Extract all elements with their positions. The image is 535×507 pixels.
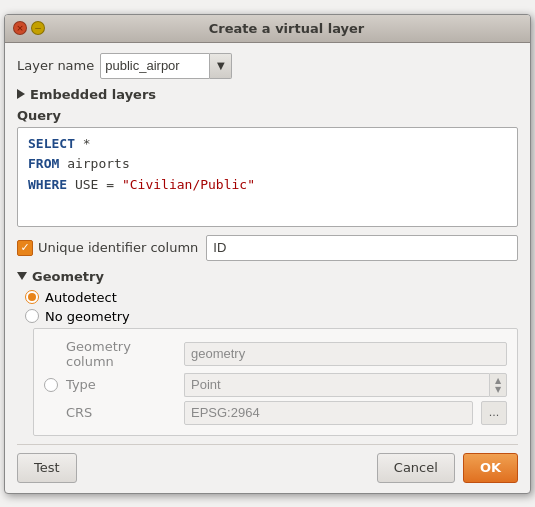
- dialog-body: Layer name ▼ Embedded layers Query SELEC…: [5, 43, 530, 493]
- geometry-type-row: Type ▲▼: [44, 373, 507, 397]
- geometry-column-label: Geometry column: [66, 339, 176, 369]
- title-bar-buttons: × −: [13, 21, 45, 35]
- query-kw-from: FROM: [28, 156, 59, 171]
- query-kw-select: SELECT: [28, 136, 75, 151]
- geometry-details: Geometry column Type ▲▼ CRS: [33, 328, 518, 436]
- query-editor[interactable]: SELECT * FROM airports WHERE USE = "Civi…: [17, 127, 518, 227]
- geometry-label: Geometry: [32, 269, 104, 284]
- minimize-button[interactable]: −: [31, 21, 45, 35]
- embedded-layers-collapse-icon: [17, 89, 25, 99]
- embedded-layers-label: Embedded layers: [30, 87, 156, 102]
- query-section: Query SELECT * FROM airports WHERE USE =…: [17, 108, 518, 227]
- close-button[interactable]: ×: [13, 21, 27, 35]
- geometry-type-arrow[interactable]: ▲▼: [489, 373, 507, 397]
- geometry-crs-input[interactable]: [184, 401, 473, 425]
- geometry-type-label: Type: [66, 377, 176, 392]
- geometry-crs-row: CRS ...: [44, 401, 507, 425]
- geometry-section: Geometry Autodetect No geometry Geometry…: [17, 269, 518, 436]
- geometry-header[interactable]: Geometry: [17, 269, 518, 284]
- embedded-layers-header[interactable]: Embedded layers: [17, 87, 518, 102]
- unique-id-checkbox[interactable]: [17, 240, 33, 256]
- ok-button[interactable]: OK: [463, 453, 518, 483]
- autodetect-radio[interactable]: [25, 290, 39, 304]
- layer-name-input-wrap: ▼: [100, 53, 232, 79]
- query-where-mid: USE =: [67, 177, 122, 192]
- autodetect-label: Autodetect: [45, 290, 117, 305]
- query-select-rest: *: [75, 136, 91, 151]
- geometry-type-combo: ▲▼: [184, 373, 507, 397]
- autodetect-row: Autodetect: [25, 290, 518, 305]
- test-button[interactable]: Test: [17, 453, 77, 483]
- query-label: Query: [17, 108, 518, 123]
- geometry-column-input[interactable]: [184, 342, 507, 366]
- geometry-expand-icon: [17, 272, 27, 280]
- layer-name-dropdown-arrow[interactable]: ▼: [210, 53, 232, 79]
- no-geometry-label: No geometry: [45, 309, 130, 324]
- query-kw-where: WHERE: [28, 177, 67, 192]
- unique-id-row: Unique identifier column: [17, 235, 518, 261]
- dialog: × − Create a virtual layer Layer name ▼ …: [4, 14, 531, 494]
- layer-name-label: Layer name: [17, 58, 94, 73]
- no-geometry-radio[interactable]: [25, 309, 39, 323]
- right-buttons: Cancel OK: [377, 453, 518, 483]
- unique-id-input[interactable]: [206, 235, 518, 261]
- query-where-str: "Civilian/Public": [122, 177, 255, 192]
- dialog-title: Create a virtual layer: [51, 21, 522, 36]
- geometry-crs-label: CRS: [66, 405, 176, 420]
- geometry-crs-button[interactable]: ...: [481, 401, 507, 425]
- unique-id-checkbox-wrap: Unique identifier column: [17, 240, 198, 256]
- geometry-type-radio[interactable]: [44, 378, 58, 392]
- no-geometry-row: No geometry: [25, 309, 518, 324]
- geometry-type-input[interactable]: [184, 373, 489, 397]
- button-row: Test Cancel OK: [17, 444, 518, 483]
- geometry-column-row: Geometry column: [44, 339, 507, 369]
- query-from-rest: airports: [59, 156, 129, 171]
- cancel-button[interactable]: Cancel: [377, 453, 455, 483]
- layer-name-input[interactable]: [100, 53, 210, 79]
- layer-name-row: Layer name ▼: [17, 53, 518, 79]
- unique-id-label: Unique identifier column: [38, 240, 198, 255]
- title-bar: × − Create a virtual layer: [5, 15, 530, 43]
